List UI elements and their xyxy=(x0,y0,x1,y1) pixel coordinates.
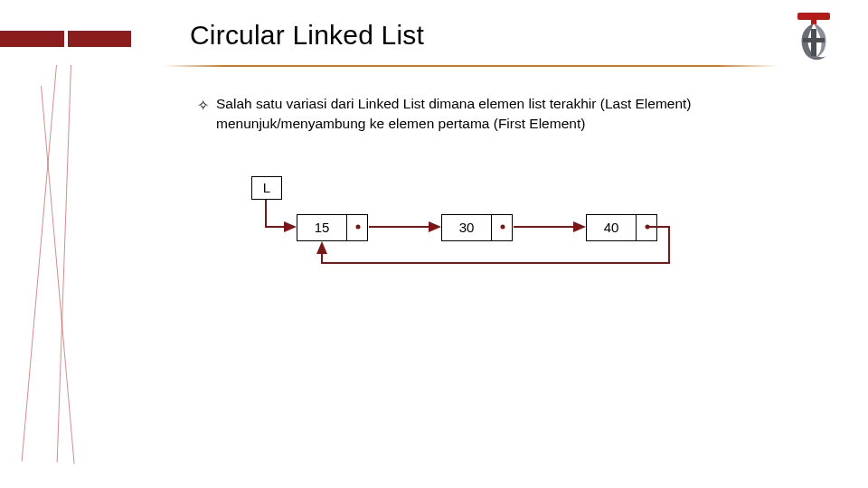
svg-rect-3 xyxy=(803,38,825,42)
decor-line xyxy=(22,65,57,461)
svg-point-6 xyxy=(646,225,650,230)
slide-title: Circular Linked List xyxy=(190,20,424,51)
connectors-svg xyxy=(235,176,741,303)
title-underline xyxy=(163,65,778,67)
linked-list-diagram: L 15 30 40 xyxy=(235,176,741,303)
svg-point-5 xyxy=(501,225,505,230)
svg-rect-1 xyxy=(811,20,816,24)
svg-point-4 xyxy=(356,225,361,230)
accent-bar xyxy=(0,31,131,47)
bullet-text: Salah satu variasi dari Linked List dima… xyxy=(216,94,794,133)
diamond-bullet-icon: ✧ xyxy=(197,96,209,135)
svg-rect-0 xyxy=(797,13,830,20)
bullet-item: ✧ Salah satu variasi dari Linked List di… xyxy=(197,94,794,133)
institution-logo-icon xyxy=(787,11,841,67)
